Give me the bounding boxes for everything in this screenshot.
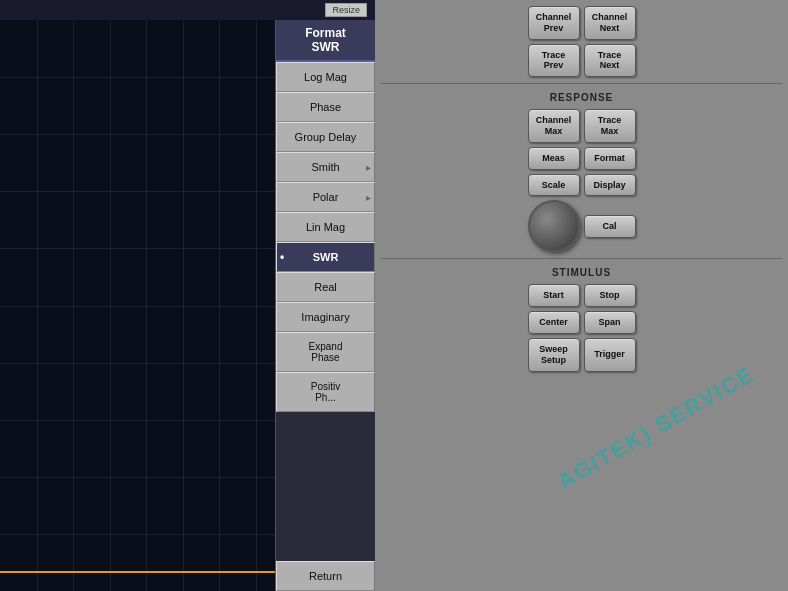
submenu-arrow-smith: ▸ bbox=[366, 162, 371, 173]
trigger-button[interactable]: Trigger bbox=[584, 338, 636, 372]
scale-display-row: Scale Display bbox=[381, 174, 782, 197]
sweep-trigger-row: SweepSetup Trigger bbox=[381, 338, 782, 372]
trace-max-button[interactable]: TraceMax bbox=[584, 109, 636, 143]
screen-area: Resize Format bbox=[0, 0, 375, 591]
channel-prev-button[interactable]: ChannelPrev bbox=[528, 6, 580, 40]
menu-item-expand-phase[interactable]: ExpandPhase bbox=[276, 332, 375, 372]
menu-item-positive-phase[interactable]: PositivPh... bbox=[276, 372, 375, 412]
menu-item-lin-mag[interactable]: Lin Mag bbox=[276, 212, 375, 242]
format-header: Format SWR bbox=[276, 20, 375, 62]
response-label: RESPONSE bbox=[381, 90, 782, 105]
menu-item-phase[interactable]: Phase bbox=[276, 92, 375, 122]
screen-content: Format SWR Log Mag Phase Group Delay Smi… bbox=[0, 20, 375, 591]
start-button[interactable]: Start bbox=[528, 284, 580, 307]
menu-item-swr[interactable]: SWR bbox=[276, 242, 375, 272]
menu-item-group-delay[interactable]: Group Delay bbox=[276, 122, 375, 152]
knob[interactable] bbox=[528, 200, 580, 252]
channel-max-row: ChannelMax TraceMax bbox=[381, 109, 782, 143]
start-stop-row: Start Stop bbox=[381, 284, 782, 307]
menu-item-smith[interactable]: Smith ▸ bbox=[276, 152, 375, 182]
scale-button[interactable]: Scale bbox=[528, 174, 580, 197]
stimulus-divider bbox=[381, 258, 782, 259]
screen-top-bar: Resize bbox=[0, 0, 375, 20]
trace-prev-button[interactable]: TracePrev bbox=[528, 44, 580, 78]
resize-button[interactable]: Resize bbox=[325, 3, 367, 17]
format-menu: Format SWR Log Mag Phase Group Delay Smi… bbox=[275, 20, 375, 591]
menu-item-imaginary[interactable]: Imaginary bbox=[276, 302, 375, 332]
trace-nav-row: TracePrev TraceNext bbox=[381, 44, 782, 78]
trace-next-button[interactable]: TraceNext bbox=[584, 44, 636, 78]
menu-item-polar[interactable]: Polar ▸ bbox=[276, 182, 375, 212]
menu-item-log-mag[interactable]: Log Mag bbox=[276, 62, 375, 92]
cal-button[interactable]: Cal bbox=[584, 215, 636, 238]
channel-max-button[interactable]: ChannelMax bbox=[528, 109, 580, 143]
channel-next-button[interactable]: ChannelNext bbox=[584, 6, 636, 40]
knob-area: Cal bbox=[381, 200, 782, 252]
menu-item-return[interactable]: Return bbox=[276, 561, 375, 591]
response-divider bbox=[381, 83, 782, 84]
sweep-setup-button[interactable]: SweepSetup bbox=[528, 338, 580, 372]
meas-button[interactable]: Meas bbox=[528, 147, 580, 170]
watermark: AGITEK) SERVICE bbox=[554, 361, 760, 495]
submenu-arrow-polar: ▸ bbox=[366, 192, 371, 203]
menu-item-real[interactable]: Real bbox=[276, 272, 375, 302]
center-button[interactable]: Center bbox=[528, 311, 580, 334]
nav-button-row: ChannelPrev ChannelNext bbox=[381, 6, 782, 40]
span-button[interactable]: Span bbox=[584, 311, 636, 334]
meas-format-row: Meas Format bbox=[381, 147, 782, 170]
stimulus-label: STIMULUS bbox=[381, 265, 782, 280]
center-span-row: Center Span bbox=[381, 311, 782, 334]
hardware-panel: ChannelPrev ChannelNext TracePrev TraceN… bbox=[375, 0, 788, 591]
format-button[interactable]: Format bbox=[584, 147, 636, 170]
display-button[interactable]: Display bbox=[584, 174, 636, 197]
stop-button[interactable]: Stop bbox=[584, 284, 636, 307]
